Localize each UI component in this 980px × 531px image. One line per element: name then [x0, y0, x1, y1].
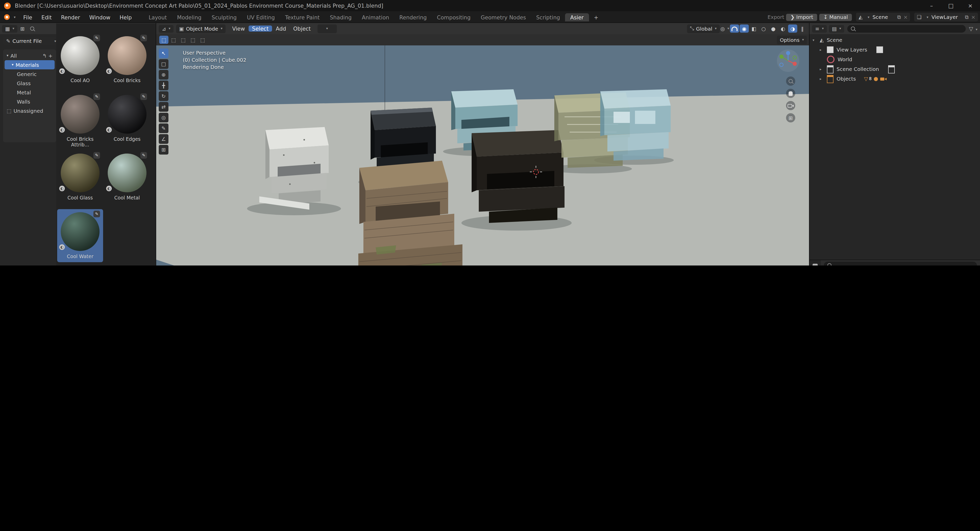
menu-file[interactable]: File [19, 14, 37, 20]
shading-solid-icon[interactable]: ● [769, 24, 778, 33]
overlays-icon[interactable]: ◧ [749, 24, 759, 33]
catalog-item-all[interactable]: ▾All↰ + [5, 51, 55, 60]
workspace-tab-compositing[interactable]: Compositing [432, 13, 476, 21]
display-mode-icon[interactable]: ⊞ [18, 24, 27, 33]
cursor-tool-icon[interactable]: ⊕ [159, 70, 169, 79]
material-item-cool-metal[interactable]: ✎◐Cool Metal [106, 152, 148, 201]
viewport-menu-add[interactable]: Add [272, 25, 290, 32]
menu-help[interactable]: Help [115, 14, 136, 20]
add-primitive-tool-icon[interactable]: ⊞ [159, 145, 169, 155]
select-tweak-icon[interactable]: ⬚ [159, 36, 169, 44]
catalog-item-unassigned[interactable]: ⬚Unassigned [5, 106, 55, 115]
select-mode-icon[interactable]: ⬚ [198, 36, 207, 44]
transform-tool-icon[interactable]: ◎ [159, 113, 169, 122]
proportional-editing-icon[interactable]: ◉ [740, 24, 749, 33]
material-item-cool-edges[interactable]: ✎◐Cool Edges [106, 94, 148, 142]
material-item-cool-glass[interactable]: ✎◐Cool Glass [59, 152, 101, 201]
outliner-row-world[interactable]: World [811, 55, 978, 64]
pan-hand-icon[interactable] [786, 89, 795, 98]
outliner-row-view-layers[interactable]: ▸View Layers [811, 45, 978, 55]
catalog-item-metal[interactable]: Metal [5, 88, 55, 97]
workspace-tab-layout[interactable]: Layout [143, 13, 172, 21]
select-lasso-icon[interactable]: ⬚ [188, 36, 197, 44]
workspace-tab-shading[interactable]: Shading [325, 13, 356, 21]
outliner-row-objects[interactable]: ▸Objects▽8 [811, 74, 978, 84]
annotate-tool-icon[interactable]: ✎ [159, 124, 169, 133]
shading-rendered-icon[interactable]: ◑ [788, 24, 797, 33]
display-mode-dropdown[interactable]: ▤▾ [829, 25, 844, 32]
menu-edit[interactable]: Edit [37, 14, 56, 20]
menu-render[interactable]: Render [56, 14, 85, 20]
scene-selector[interactable]: ◭▾ Scene ⧉ × [856, 13, 910, 21]
close-icon[interactable]: × [904, 14, 908, 20]
workspace-tab-scripting[interactable]: Scripting [531, 13, 565, 21]
outliner-row-scene-collection[interactable]: ▸Scene Collection [811, 64, 978, 74]
options-button[interactable]: Options▾ [777, 35, 807, 44]
catalog-item-glass[interactable]: Glass [5, 79, 55, 88]
copy-icon[interactable]: ⧉ [965, 14, 969, 20]
camera-view-icon[interactable] [786, 101, 795, 110]
workspace-tab-rendering[interactable]: Rendering [394, 13, 432, 21]
snap-target-icon[interactable]: ◎▾ [720, 24, 729, 33]
shading-wireframe-icon[interactable]: ○ [759, 24, 768, 33]
measure-tool-icon[interactable]: ∠ [159, 134, 169, 144]
snapping-magnet-icon[interactable] [730, 24, 739, 33]
editor-type-button[interactable]: ▦▾ [2, 25, 18, 32]
workspace-tab-sculpting[interactable]: Sculpting [207, 13, 242, 21]
search-icon[interactable] [27, 24, 37, 33]
material-item-cool-bricks[interactable]: ✎◐Cool Bricks [106, 35, 148, 84]
material-item-cool-ao[interactable]: ✎◐Cool AO [59, 35, 101, 84]
blender-menu-button[interactable]: ▾ [0, 14, 19, 20]
viewport-menu-view[interactable]: View [229, 25, 248, 32]
chair-brick[interactable] [354, 161, 463, 265]
viewport-menu-object[interactable]: Object [290, 25, 314, 32]
gizmo-x-axis[interactable] [793, 62, 797, 66]
manual-button[interactable]: ↧ Manual [819, 14, 852, 21]
asset-source-dropdown[interactable]: ✎Current File▾ [3, 37, 59, 45]
editor-type-button[interactable]: ⊿▾ [159, 25, 173, 32]
rotate-tool-icon[interactable]: ↻ [159, 91, 169, 101]
import-button[interactable]: ❯ Import [786, 14, 818, 21]
workspace-tab-geometry-nodes[interactable]: Geometry Nodes [476, 13, 531, 21]
material-item-cool-water[interactable]: ✎◐Cool Water [59, 211, 101, 260]
view-layer-selector[interactable]: ❏▾ ViewLayer ⧉ × [915, 13, 978, 21]
export-button[interactable]: Export [767, 14, 784, 20]
gizmo-z-axis[interactable] [786, 51, 790, 55]
chair-glass-blue[interactable] [600, 89, 671, 161]
catalog-item-materials[interactable]: ▾Materials [5, 60, 55, 70]
navigation-gizmo[interactable] [777, 49, 799, 72]
move-tool-icon[interactable]: ╋ [159, 81, 169, 90]
zoom-icon[interactable] [786, 76, 795, 86]
workspace-tab-animation[interactable]: Animation [357, 13, 394, 21]
select-box-icon[interactable]: ⬚ [169, 36, 178, 44]
catalog-item-walls[interactable]: Walls [5, 97, 55, 106]
properties-search-input[interactable] [824, 262, 977, 265]
catalog-item-generic[interactable]: Generic [5, 70, 55, 79]
chair-dark[interactable] [472, 130, 565, 223]
search-input[interactable] [847, 25, 966, 32]
render-pause-icon[interactable]: ‖ [798, 24, 807, 33]
menu-window[interactable]: Window [85, 14, 115, 20]
shading-material-icon[interactable]: ◐ [778, 24, 788, 33]
editor-type-button[interactable]: ≡▾ [812, 25, 827, 32]
outliner-row-scene[interactable]: ▾◭Scene [811, 35, 978, 45]
transform-orientation-dropdown[interactable]: ⤡Global▾ [687, 24, 720, 33]
close-icon[interactable]: × [971, 14, 975, 20]
viewport-3d-scene[interactable] [156, 45, 810, 265]
mode-options-dropdown[interactable]: ▾ [318, 24, 337, 33]
mode-dropdown[interactable]: ▣Object Mode▾ [176, 24, 226, 33]
workspace-tab-texture-paint[interactable]: Texture Paint [280, 13, 325, 21]
select-circle-icon[interactable]: ⬚ [179, 36, 188, 44]
workspace-tab-modeling[interactable]: Modeling [172, 13, 207, 21]
select-box-tool-icon[interactable]: □ [159, 59, 169, 69]
viewport-menu-select[interactable]: Select [248, 25, 272, 32]
close-button[interactable]: × [961, 2, 980, 9]
workspace-tab-uv-editing[interactable]: UV Editing [242, 13, 280, 21]
workspace-tab-asier[interactable]: Asier [565, 13, 589, 21]
gizmo-y-axis[interactable] [780, 55, 783, 59]
tweak-tool-icon[interactable]: ↖ [159, 48, 169, 58]
material-item-cool-bricks-attrib-[interactable]: ✎◐Cool Bricks Attrib... [59, 94, 101, 142]
minimize-button[interactable]: – [922, 2, 941, 9]
properties-tab-tool[interactable] [811, 262, 820, 265]
copy-icon[interactable]: ⧉ [897, 14, 901, 20]
